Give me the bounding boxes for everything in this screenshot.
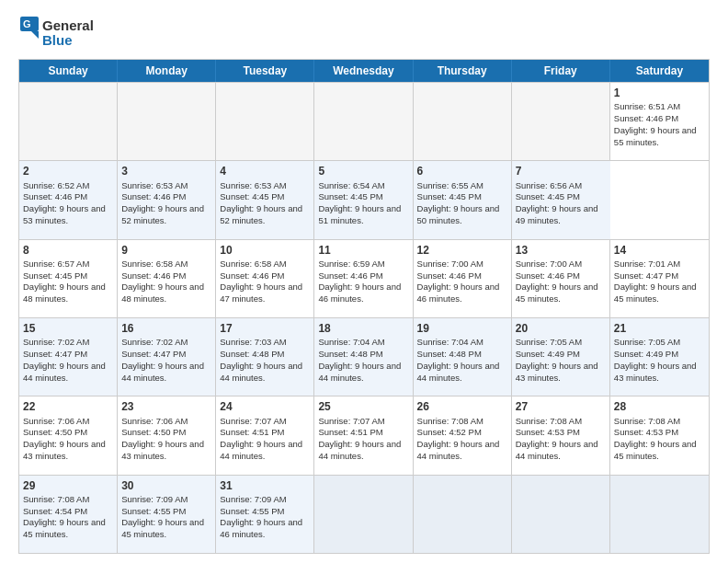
sunset-text: Sunset: 4:46 PM — [220, 270, 310, 282]
daylight-text: Daylight: 9 hours and 44 minutes. — [220, 361, 310, 385]
calendar-day-31: 31Sunrise: 7:09 AMSunset: 4:55 PMDayligh… — [216, 476, 314, 553]
calendar-week-4: 15Sunrise: 7:02 AMSunset: 4:47 PMDayligh… — [19, 317, 709, 396]
daylight-text: Daylight: 9 hours and 48 minutes. — [23, 282, 113, 305]
daylight-text: Daylight: 9 hours and 44 minutes. — [318, 439, 408, 463]
calendar-week-3: 8Sunrise: 6:57 AMSunset: 4:45 PMDaylight… — [19, 239, 709, 317]
daylight-text: Daylight: 9 hours and 55 minutes. — [614, 125, 705, 149]
day-number: 2 — [23, 164, 113, 178]
calendar-week-5: 22Sunrise: 7:06 AMSunset: 4:50 PMDayligh… — [19, 396, 709, 474]
daylight-text: Daylight: 9 hours and 53 minutes. — [23, 203, 113, 227]
calendar-day-10: 10Sunrise: 6:58 AMSunset: 4:46 PMDayligh… — [216, 240, 314, 317]
daylight-text: Daylight: 9 hours and 43 minutes. — [121, 439, 211, 463]
sunrise-text: Sunrise: 7:05 AM — [614, 337, 705, 349]
day-number: 3 — [121, 164, 211, 178]
sunset-text: Sunset: 4:47 PM — [121, 349, 211, 361]
calendar-body: 1Sunrise: 6:51 AMSunset: 4:46 PMDaylight… — [19, 82, 709, 553]
calendar-day-27: 27Sunrise: 7:08 AMSunset: 4:53 PMDayligh… — [512, 396, 610, 474]
weekday-header-monday: Monday — [118, 60, 216, 82]
daylight-text: Daylight: 9 hours and 45 minutes. — [516, 282, 606, 305]
sunset-text: Sunset: 4:55 PM — [220, 506, 310, 518]
svg-text:Blue: Blue — [42, 32, 73, 48]
sunset-text: Sunset: 4:48 PM — [318, 349, 408, 361]
calendar-day-30: 30Sunrise: 7:09 AMSunset: 4:55 PMDayligh… — [118, 476, 216, 553]
daylight-text: Daylight: 9 hours and 47 minutes. — [220, 282, 310, 305]
daylight-text: Daylight: 9 hours and 44 minutes. — [417, 439, 507, 463]
weekday-header-saturday: Saturday — [610, 60, 709, 82]
calendar-day-empty — [414, 476, 512, 553]
day-number: 22 — [23, 399, 113, 414]
calendar-day-24: 24Sunrise: 7:07 AMSunset: 4:51 PMDayligh… — [216, 396, 314, 474]
day-number: 9 — [121, 243, 211, 258]
daylight-text: Daylight: 9 hours and 43 minutes. — [516, 361, 606, 385]
daylight-text: Daylight: 9 hours and 46 minutes. — [220, 517, 310, 541]
calendar-day-7: 7Sunrise: 6:56 AMSunset: 4:45 PMDaylight… — [512, 161, 610, 238]
daylight-text: Daylight: 9 hours and 44 minutes. — [121, 361, 211, 385]
day-number: 28 — [614, 399, 705, 414]
sunset-text: Sunset: 4:53 PM — [516, 427, 606, 439]
weekday-header-thursday: Thursday — [414, 60, 512, 82]
daylight-text: Daylight: 9 hours and 44 minutes. — [318, 361, 408, 385]
sunrise-text: Sunrise: 7:00 AM — [417, 259, 507, 270]
sunrise-text: Sunrise: 6:58 AM — [121, 259, 211, 270]
day-number: 19 — [417, 321, 507, 336]
sunrise-text: Sunrise: 6:53 AM — [220, 180, 310, 192]
daylight-text: Daylight: 9 hours and 44 minutes. — [417, 361, 507, 385]
daylight-text: Daylight: 9 hours and 46 minutes. — [417, 282, 507, 305]
calendar-day-23: 23Sunrise: 7:06 AMSunset: 4:50 PMDayligh… — [118, 396, 216, 474]
sunset-text: Sunset: 4:51 PM — [318, 427, 408, 439]
sunset-text: Sunset: 4:45 PM — [220, 191, 310, 203]
daylight-text: Daylight: 9 hours and 48 minutes. — [121, 282, 211, 305]
day-number: 6 — [417, 164, 507, 178]
day-number: 10 — [220, 243, 310, 258]
day-number: 15 — [23, 321, 113, 336]
sunrise-text: Sunrise: 7:02 AM — [121, 337, 211, 349]
day-number: 4 — [220, 164, 310, 178]
calendar: SundayMondayTuesdayWednesdayThursdayFrid… — [18, 59, 710, 554]
calendar-day-12: 12Sunrise: 7:00 AMSunset: 4:46 PMDayligh… — [414, 240, 512, 317]
daylight-text: Daylight: 9 hours and 44 minutes. — [220, 439, 310, 463]
svg-marker-3 — [31, 31, 39, 39]
daylight-text: Daylight: 9 hours and 43 minutes. — [23, 439, 113, 463]
calendar-day-18: 18Sunrise: 7:04 AMSunset: 4:48 PMDayligh… — [314, 318, 413, 396]
calendar-day-1: 1Sunrise: 6:51 AMSunset: 4:46 PMDaylight… — [610, 83, 709, 160]
day-number: 14 — [614, 243, 705, 258]
sunset-text: Sunset: 4:49 PM — [614, 349, 705, 361]
calendar-day-16: 16Sunrise: 7:02 AMSunset: 4:47 PMDayligh… — [118, 318, 216, 396]
weekday-header-wednesday: Wednesday — [314, 60, 413, 82]
sunset-text: Sunset: 4:51 PM — [220, 427, 310, 439]
calendar-day-28: 28Sunrise: 7:08 AMSunset: 4:53 PMDayligh… — [610, 396, 709, 474]
sunrise-text: Sunrise: 7:09 AM — [121, 494, 211, 506]
sunrise-text: Sunrise: 6:56 AM — [516, 180, 607, 192]
sunset-text: Sunset: 4:46 PM — [23, 191, 113, 203]
calendar-day-14: 14Sunrise: 7:01 AMSunset: 4:47 PMDayligh… — [610, 240, 709, 317]
calendar-page: General Blue G SundayMondayTuesdayWednes… — [0, 0, 728, 563]
sunset-text: Sunset: 4:46 PM — [121, 270, 211, 282]
calendar-day-6: 6Sunrise: 6:55 AMSunset: 4:45 PMDaylight… — [414, 161, 512, 238]
calendar-day-empty — [216, 83, 314, 160]
calendar-day-empty — [118, 83, 216, 160]
sunrise-text: Sunrise: 7:07 AM — [318, 416, 408, 428]
calendar-day-4: 4Sunrise: 6:53 AMSunset: 4:45 PMDaylight… — [216, 161, 314, 238]
calendar-day-25: 25Sunrise: 7:07 AMSunset: 4:51 PMDayligh… — [314, 396, 413, 474]
sunrise-text: Sunrise: 6:59 AM — [318, 259, 408, 270]
calendar-week-1: 1Sunrise: 6:51 AMSunset: 4:46 PMDaylight… — [19, 82, 709, 160]
sunrise-text: Sunrise: 6:58 AM — [220, 259, 310, 270]
sunset-text: Sunset: 4:47 PM — [614, 270, 705, 282]
calendar-week-2: 2Sunrise: 6:52 AMSunset: 4:46 PMDaylight… — [19, 160, 709, 238]
daylight-text: Daylight: 9 hours and 52 minutes. — [220, 203, 310, 227]
calendar-day-2: 2Sunrise: 6:52 AMSunset: 4:46 PMDaylight… — [19, 161, 118, 238]
svg-text:General: General — [42, 17, 94, 33]
calendar-day-5: 5Sunrise: 6:54 AMSunset: 4:45 PMDaylight… — [314, 161, 413, 238]
calendar-day-9: 9Sunrise: 6:58 AMSunset: 4:46 PMDaylight… — [118, 240, 216, 317]
daylight-text: Daylight: 9 hours and 49 minutes. — [516, 203, 607, 227]
sunset-text: Sunset: 4:50 PM — [121, 427, 211, 439]
sunset-text: Sunset: 4:55 PM — [121, 506, 211, 518]
day-number: 27 — [516, 399, 606, 414]
sunset-text: Sunset: 4:49 PM — [516, 349, 606, 361]
sunrise-text: Sunrise: 6:51 AM — [614, 101, 705, 113]
sunrise-text: Sunrise: 7:08 AM — [614, 416, 705, 428]
day-number: 20 — [516, 321, 606, 336]
calendar-day-13: 13Sunrise: 7:00 AMSunset: 4:46 PMDayligh… — [512, 240, 610, 317]
sunrise-text: Sunrise: 7:09 AM — [220, 494, 310, 506]
daylight-text: Daylight: 9 hours and 52 minutes. — [121, 203, 211, 227]
